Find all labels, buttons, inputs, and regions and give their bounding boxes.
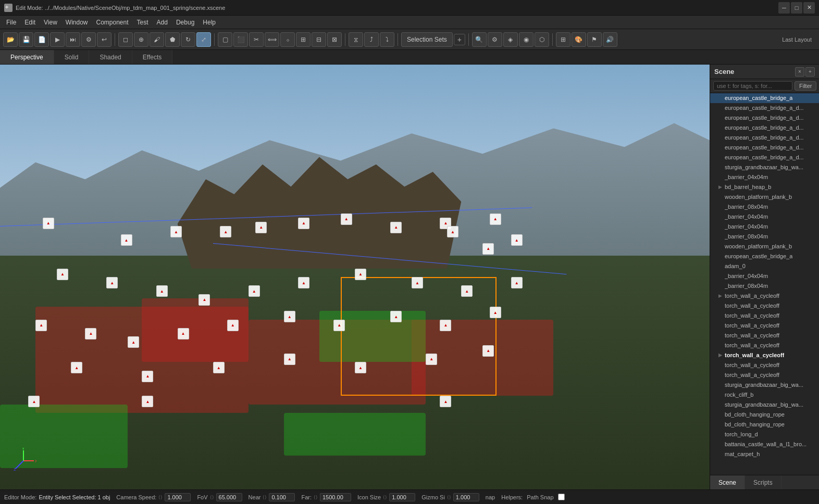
scene-list-item-3[interactable]: european_castle_bridge_a_d...	[710, 123, 819, 133]
scene-list-item-21[interactable]: torch_wall_a_cycleoff	[710, 301, 819, 311]
scene-list-item-0[interactable]: european_castle_bridge_a	[710, 93, 819, 103]
scene-list-item-26[interactable]: ▶torch_wall_a_cycleoff	[710, 350, 819, 360]
volume-button[interactable]: 🔊	[603, 32, 617, 47]
scene-list-item-18[interactable]: _barrier_04x04m	[710, 271, 819, 281]
path-button[interactable]: ⤴	[364, 32, 379, 47]
scene-list-item-19[interactable]: _barrier_08x04m	[710, 281, 819, 291]
terrain-button[interactable]: ⧖	[349, 32, 363, 47]
viewport[interactable]: ▲ ▲ ▲ ▲ ▲ ▲ ▲ ▲ ▲ ▲ ▲ ▲ ▲ ▲ ▲ ▲ ▲ ▲ ▲ ▲ …	[0, 65, 710, 489]
menu-edit[interactable]: Edit	[20, 18, 40, 27]
paint-button[interactable]: 🖌	[150, 32, 164, 47]
scale-button[interactable]: ⟺	[265, 32, 279, 47]
scene-list-item-32[interactable]: bd_cloth_hanging_rope	[710, 410, 819, 420]
settings-button[interactable]: ⚙	[81, 32, 96, 47]
cube3d-button[interactable]: ⬡	[535, 32, 549, 47]
scene-list-item-8[interactable]: _barrier_04x04m	[710, 172, 819, 182]
scene-list-item-7[interactable]: sturgia_grandbazaar_big_wa...	[710, 162, 819, 172]
scene-list-item-31[interactable]: sturgia_grandbazaar_big_wa...	[710, 400, 819, 410]
scene-list-item-4[interactable]: european_castle_bridge_a_d...	[710, 133, 819, 143]
brush-button[interactable]: ⬟	[165, 32, 180, 47]
zoom-button[interactable]: 🔍	[472, 32, 487, 47]
paint2-button[interactable]: 🎨	[572, 32, 586, 47]
scene-list-item-27[interactable]: torch_wall_a_cycleoff	[710, 360, 819, 370]
sym-button[interactable]: ⬦	[280, 32, 295, 47]
play-next-button[interactable]: ⏭	[66, 32, 80, 47]
scene-list-item-24[interactable]: torch_wall_a_cycleoff	[710, 331, 819, 341]
scene-settings-button[interactable]: ×	[795, 67, 804, 77]
menu-view[interactable]: View	[40, 18, 61, 27]
save-button[interactable]: 💾	[19, 32, 33, 47]
scene-list-item-33[interactable]: bd_cloth_hanging_rope	[710, 420, 819, 430]
tab-shaded[interactable]: Shaded	[89, 50, 132, 64]
box-select-button[interactable]: ▢	[218, 32, 232, 47]
cut-button[interactable]: ✂	[249, 32, 264, 47]
scene-list-item-28[interactable]: torch_wall_a_cycleoff	[710, 370, 819, 380]
snap-button[interactable]: ⊠	[327, 32, 342, 47]
scene-collapse-button[interactable]: +	[805, 67, 815, 77]
grid-button[interactable]: ⊞	[556, 32, 570, 47]
scene-list-item-36[interactable]: mat_carpet_h	[710, 449, 819, 459]
scene-list-item-12[interactable]: _barrier_04x04m	[710, 212, 819, 222]
gizmo-input[interactable]	[453, 493, 479, 501]
scene-list-item-6[interactable]: european_castle_bridge_a_d...	[710, 153, 819, 162]
undo-button[interactable]: ↩	[97, 32, 111, 47]
tool-b-button[interactable]: ◈	[503, 32, 518, 47]
scene-list-item-25[interactable]: torch_wall_a_cycleoff	[710, 341, 819, 350]
minimize-button[interactable]: ─	[778, 2, 790, 14]
scene-list-item-30[interactable]: rock_cliff_b	[710, 390, 819, 400]
near-input[interactable]	[269, 493, 295, 501]
menu-help[interactable]: Help	[198, 18, 220, 27]
scene-list-item-23[interactable]: torch_wall_a_cycleoff	[710, 321, 819, 331]
icon-size-input[interactable]	[389, 493, 415, 501]
rotate-button[interactable]: ↻	[181, 32, 195, 47]
menu-test[interactable]: Test	[133, 18, 153, 27]
menu-debug[interactable]: Debug	[172, 18, 198, 27]
menu-file[interactable]: File	[2, 18, 20, 27]
scene-list-item-1[interactable]: european_castle_bridge_a_d...	[710, 103, 819, 113]
tool-a-button[interactable]: ⚙	[488, 32, 502, 47]
align-button[interactable]: ⊟	[312, 32, 326, 47]
tab-perspective[interactable]: Perspective	[0, 50, 54, 64]
tab-scene[interactable]: Scene	[710, 475, 745, 489]
selection-sets-button[interactable]: Selection Sets	[401, 32, 453, 47]
tool-c-button[interactable]: ◉	[519, 32, 533, 47]
scene-search-input[interactable]	[713, 81, 792, 91]
select-button[interactable]: ◻	[118, 32, 133, 47]
close-button[interactable]: ✕	[803, 2, 815, 14]
scene-list-item-13[interactable]: _barrier_04x04m	[710, 222, 819, 232]
menu-component[interactable]: Component	[92, 18, 133, 27]
scene-list-item-14[interactable]: _barrier_08x04m	[710, 232, 819, 242]
menu-add[interactable]: Add	[153, 18, 172, 27]
scene-list-item-35[interactable]: battania_castle_wall_a_l1_bro...	[710, 439, 819, 449]
play-button[interactable]: ▶	[50, 32, 65, 47]
maximize-button[interactable]: □	[791, 2, 802, 14]
new-button[interactable]: 📄	[34, 32, 49, 47]
fov-input[interactable]	[216, 493, 242, 501]
merge-button[interactable]: ⊞	[296, 32, 311, 47]
scene-list-item-17[interactable]: adam_0	[710, 261, 819, 271]
move-button[interactable]: ⊕	[134, 32, 148, 47]
waypoint-button[interactable]: ⤵	[380, 32, 394, 47]
tab-scripts[interactable]: Scripts	[745, 475, 781, 489]
scene-list-item-29[interactable]: sturgia_grandbazaar_big_wa...	[710, 380, 819, 390]
scene-list-item-11[interactable]: _barrier_08x04m	[710, 202, 819, 212]
path-snap-checkbox[interactable]	[558, 494, 565, 500]
scene-list-item-22[interactable]: torch_wall_a_cycleoff	[710, 311, 819, 321]
scene-list-item-10[interactable]: wooden_platform_plank_b	[710, 192, 819, 202]
scene-list-item-9[interactable]: ▶bd_barrel_heap_b	[710, 182, 819, 192]
transform-button[interactable]: ⤢	[196, 32, 211, 47]
far-input[interactable]	[320, 493, 351, 501]
camera-speed-input[interactable]	[165, 493, 191, 501]
filter-button[interactable]: Filter	[795, 81, 816, 91]
scene-list-item-5[interactable]: european_castle_bridge_a_d...	[710, 143, 819, 153]
flag-button[interactable]: ⚑	[587, 32, 602, 47]
open-button[interactable]: 📂	[3, 32, 18, 47]
scene-list-item-16[interactable]: european_castle_bridge_a	[710, 251, 819, 261]
scene-list-item-20[interactable]: ▶torch_wall_a_cycleoff	[710, 291, 819, 301]
cube-button[interactable]: ⬛	[233, 32, 248, 47]
tab-solid[interactable]: Solid	[54, 50, 90, 64]
scene-list-item-34[interactable]: torch_long_d	[710, 430, 819, 439]
scene-list-item-2[interactable]: european_castle_bridge_a_d...	[710, 113, 819, 123]
scene-list-item-15[interactable]: wooden_platform_plank_b	[710, 242, 819, 251]
tab-effects[interactable]: Effects	[132, 50, 172, 64]
